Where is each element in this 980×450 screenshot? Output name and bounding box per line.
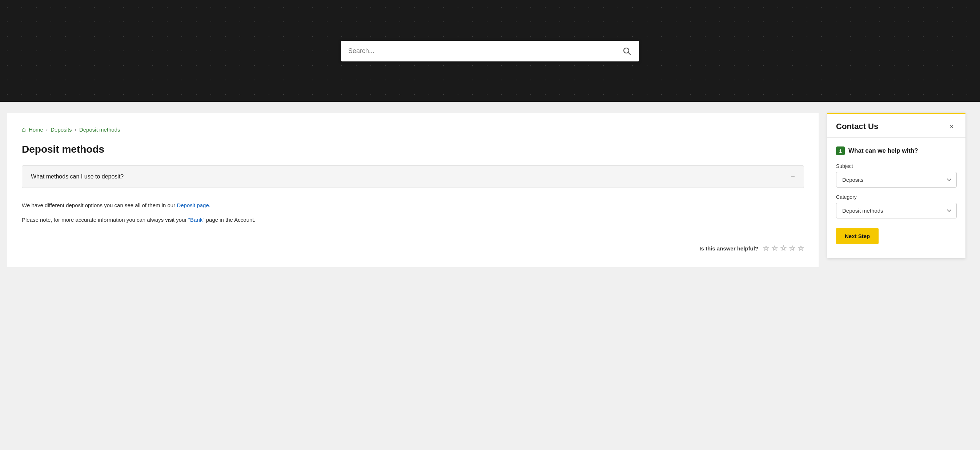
accordion-header[interactable]: What methods can I use to deposit? − bbox=[22, 166, 804, 188]
deposit-page-link[interactable]: Deposit page. bbox=[177, 202, 210, 208]
category-label: Category bbox=[836, 194, 957, 200]
breadcrumb-current: Deposit methods bbox=[79, 127, 120, 133]
breadcrumb-home-link[interactable]: Home bbox=[29, 127, 43, 133]
star-4[interactable]: ☆ bbox=[789, 244, 795, 253]
content-paragraph-2: Please note, for more accurate informati… bbox=[22, 216, 804, 224]
search-button[interactable] bbox=[614, 41, 639, 61]
contact-panel-title: Contact Us bbox=[836, 122, 878, 131]
accordion-item: What methods can I use to deposit? − bbox=[22, 165, 804, 188]
contact-panel-wrapper: Contact Us × 1 What can we help with? Su… bbox=[827, 113, 973, 258]
category-select[interactable]: Deposit methods Deposit limits Deposit i… bbox=[836, 203, 957, 218]
category-group: Category Deposit methods Deposit limits … bbox=[836, 194, 957, 218]
breadcrumb-deposits-link[interactable]: Deposits bbox=[51, 127, 72, 133]
subject-select[interactable]: Deposits Withdrawals Account Technical I… bbox=[836, 172, 957, 188]
next-step-button[interactable]: Next Step bbox=[836, 228, 878, 244]
search-bar bbox=[341, 41, 639, 61]
subject-group: Subject Deposits Withdrawals Account Tec… bbox=[836, 163, 957, 188]
contact-panel: Contact Us × 1 What can we help with? Su… bbox=[827, 113, 966, 258]
close-button[interactable]: × bbox=[947, 121, 957, 132]
step-title: What can we help with? bbox=[848, 147, 918, 154]
contact-panel-header: Contact Us × bbox=[827, 114, 966, 138]
star-5[interactable]: ☆ bbox=[797, 244, 804, 253]
accordion-toggle-icon: − bbox=[791, 173, 795, 180]
star-1[interactable]: ☆ bbox=[763, 244, 769, 253]
contact-panel-body: 1 What can we help with? Subject Deposit… bbox=[827, 138, 966, 253]
hero-section bbox=[0, 0, 980, 102]
svg-line-1 bbox=[628, 53, 630, 54]
content-block: We have different deposit options you ca… bbox=[22, 194, 804, 233]
search-icon bbox=[622, 46, 631, 55]
stars-wrapper: ☆ ☆ ☆ ☆ ☆ bbox=[763, 244, 804, 253]
content-p2-after: page in the Account. bbox=[205, 217, 256, 223]
bank-page-link[interactable]: "Bank" bbox=[188, 217, 205, 223]
breadcrumb-sep-1: › bbox=[46, 127, 48, 132]
helpful-section: Is this answer helpful? ☆ ☆ ☆ ☆ ☆ bbox=[22, 244, 804, 253]
search-input[interactable] bbox=[341, 41, 614, 61]
breadcrumb: ⌂ Home › Deposits › Deposit methods bbox=[22, 126, 804, 134]
subject-label: Subject bbox=[836, 163, 957, 169]
content-p2-before: Please note, for more accurate informati… bbox=[22, 217, 188, 223]
home-icon: ⌂ bbox=[22, 126, 26, 134]
page-title: Deposit methods bbox=[22, 143, 804, 155]
content-p1-before: We have different deposit options you ca… bbox=[22, 202, 177, 208]
svg-point-0 bbox=[624, 48, 629, 53]
breadcrumb-sep-2: › bbox=[75, 127, 76, 132]
step-header: 1 What can we help with? bbox=[836, 146, 957, 155]
page-body: ⌂ Home › Deposits › Deposit methods Depo… bbox=[0, 102, 980, 278]
star-3[interactable]: ☆ bbox=[780, 244, 787, 253]
content-paragraph-1: We have different deposit options you ca… bbox=[22, 201, 804, 210]
helpful-label: Is this answer helpful? bbox=[699, 245, 758, 251]
star-2[interactable]: ☆ bbox=[772, 244, 778, 253]
content-area: ⌂ Home › Deposits › Deposit methods Depo… bbox=[7, 113, 819, 267]
accordion-question: What methods can I use to deposit? bbox=[31, 173, 124, 180]
step-badge: 1 bbox=[836, 146, 845, 155]
